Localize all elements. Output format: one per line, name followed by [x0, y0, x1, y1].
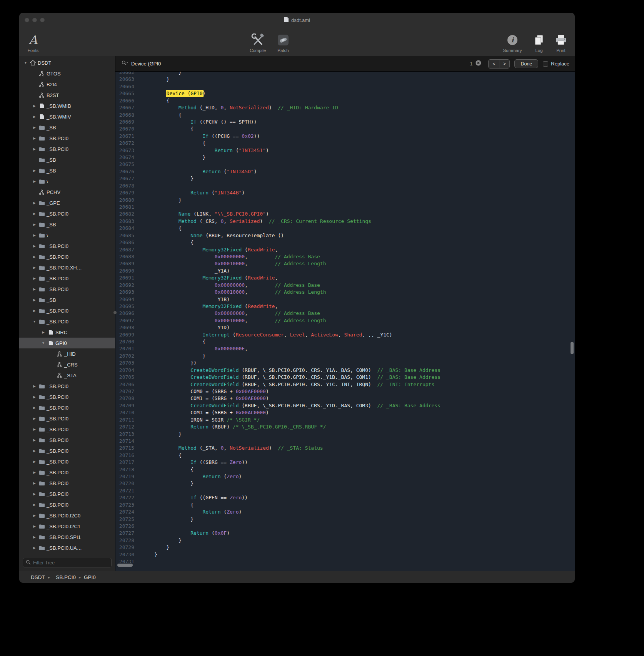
tree-item[interactable]: ▶_SB	[19, 219, 115, 230]
disclosure-down-icon[interactable]: ▼	[31, 320, 38, 323]
code-line[interactable]: 20705 CreateDWordField (RBUF, \_SB.PCI0.…	[115, 374, 575, 381]
code-line[interactable]: 20689 0x00010000, // Address Length	[115, 260, 575, 267]
disclosure-right-icon[interactable]: ▶	[31, 481, 38, 485]
patch-button[interactable]: Patch	[274, 29, 293, 53]
summary-button[interactable]: i Summary	[501, 29, 524, 53]
tree-item[interactable]: _HID	[19, 348, 115, 359]
search-query[interactable]: Device (GPI0	[131, 61, 467, 67]
disclosure-right-icon[interactable]: ▶	[31, 438, 38, 442]
disclosure-down-icon[interactable]: ▼	[22, 61, 29, 65]
code-line[interactable]: 20725 }	[115, 516, 575, 523]
tree-item[interactable]: ▶_SB.PCI0	[19, 413, 115, 424]
disclosure-right-icon[interactable]: ▶	[31, 524, 38, 528]
disclosure-right-icon[interactable]: ▶	[31, 309, 38, 313]
tree-item[interactable]: B2I4	[19, 79, 115, 90]
code-line[interactable]: 20723 {	[115, 502, 575, 509]
code-line[interactable]: 20727 Return (0x0F)	[115, 530, 575, 537]
code-line[interactable]: 20696 0x00000000, // Address Base	[115, 310, 575, 317]
tree-item[interactable]: _SB	[19, 154, 115, 165]
tree-item[interactable]: ▼_SB.PCI0	[19, 316, 115, 327]
disclosure-right-icon[interactable]: ▶	[31, 395, 38, 399]
code-line[interactable]: 20697 0x00010000, // Address Length	[115, 317, 575, 324]
code-line[interactable]: 20687 Memory32Fixed (ReadWrite,	[115, 246, 575, 253]
code-line[interactable]: 20685 Name (RBUF, ResourceTemplate ()	[115, 232, 575, 239]
tree-item[interactable]: ▶_SB.PCI0.UA…	[19, 542, 115, 553]
code-line[interactable]: 20719 Return (Zero)	[115, 473, 575, 480]
disclosure-right-icon[interactable]: ▶	[31, 115, 38, 119]
breadcrumb-item[interactable]: GPI0	[84, 574, 96, 580]
tree-item[interactable]: ▶_SB.PCI0	[19, 381, 115, 392]
code-line[interactable]: 20720 }	[115, 480, 575, 487]
disclosure-right-icon[interactable]: ▶	[31, 136, 38, 140]
disclosure-right-icon[interactable]: ▶	[31, 287, 38, 291]
done-button[interactable]: Done	[514, 59, 538, 68]
tree-item[interactable]: ▶_SB.PCI0	[19, 467, 115, 478]
code-line[interactable]: 20729 }	[115, 544, 575, 551]
tree-item[interactable]: PCHV	[19, 187, 115, 197]
breadcrumb-item[interactable]: DSDT	[31, 574, 45, 580]
code-line[interactable]: 20688 0x00000000, // Address Base	[115, 253, 575, 260]
disclosure-down-icon[interactable]: ▼	[40, 341, 47, 345]
tree-item[interactable]: ▶\	[19, 176, 115, 187]
disclosure-right-icon[interactable]: ▶	[31, 179, 38, 183]
code-line[interactable]: 20672 {	[115, 140, 575, 147]
code-line[interactable]: 20682 Name (LINK, "\\_SB.PCI0.GPI0")	[115, 211, 575, 218]
tree-item[interactable]: ▶_SB	[19, 165, 115, 176]
disclosure-right-icon[interactable]: ▶	[31, 126, 38, 129]
code-line[interactable]: 20718 {	[115, 466, 575, 473]
compile-button[interactable]: Compile	[245, 29, 270, 53]
horizontal-scrollbar[interactable]	[117, 564, 133, 567]
code-line[interactable]: 20676 Return ("INT345D")	[115, 168, 575, 175]
code-line[interactable]: 20704 CreateDWordField (RBUF, \_SB.PCI0.…	[115, 367, 575, 374]
code-line[interactable]: 20668 {	[115, 112, 575, 119]
code-line[interactable]: 20711 IRQN = SGIR /* \SGIR */	[115, 417, 575, 423]
code-line[interactable]: 20671 If ((PCHG == 0x02))	[115, 133, 575, 140]
disclosure-right-icon[interactable]: ▶	[31, 427, 38, 431]
code-line[interactable]: 20706 CreateDWordField (RBUF, \_SB.PCI0.…	[115, 381, 575, 388]
code-line[interactable]: 20698 _Y1D)	[115, 324, 575, 331]
filter-tree-input[interactable]: Filter Tree	[23, 558, 112, 567]
tree-item[interactable]: ▶_SB.WMIB	[19, 100, 115, 111]
code-line[interactable]: 20728 }	[115, 537, 575, 544]
code-line[interactable]: 20667 Method (_HID, 0, NotSerialized) //…	[115, 104, 575, 111]
code-line[interactable]: 20730 }	[115, 551, 575, 558]
tree-item[interactable]: ▶_SB.PCI0	[19, 445, 115, 456]
disclosure-right-icon[interactable]: ▶	[31, 244, 38, 248]
tree-item[interactable]: ▶_GPE	[19, 197, 115, 208]
tree-item[interactable]: ▶\	[19, 230, 115, 241]
code-line[interactable]: 20677 }	[115, 175, 575, 182]
code-line[interactable]: 20684 {	[115, 225, 575, 232]
disclosure-right-icon[interactable]: ▶	[31, 406, 38, 410]
code-line[interactable]: 20713 }	[115, 431, 575, 438]
disclosure-right-icon[interactable]: ▶	[31, 266, 38, 269]
tree-item[interactable]: ▶_SB.PCI0	[19, 424, 115, 435]
code-line[interactable]: 20699 Interrupt (ResourceConsumer, Level…	[115, 331, 575, 338]
code-line[interactable]: 20716 {	[115, 452, 575, 459]
tree-item[interactable]: ▶_SB.PCI0	[19, 305, 115, 316]
disclosure-right-icon[interactable]: ▶	[31, 514, 38, 517]
tree-item[interactable]: B2ST	[19, 90, 115, 100]
code-line[interactable]: 20686 {	[115, 239, 575, 246]
disclosure-right-icon[interactable]: ▶	[31, 546, 38, 550]
disclosure-right-icon[interactable]: ▶	[31, 384, 38, 388]
search-field[interactable]: Device (GPI0 1	[119, 56, 484, 72]
tree-item[interactable]: ▶_SB.PCI0	[19, 435, 115, 445]
code-line[interactable]: 20679 Return ("INT344B")	[115, 189, 575, 196]
disclosure-right-icon[interactable]: ▶	[31, 223, 38, 226]
code-editor[interactable]: 20662 }20663 }2066420665 Device (GPI0)20…	[115, 72, 575, 571]
breadcrumb-item[interactable]: _SB.PCI0	[53, 574, 76, 580]
tree-item[interactable]: ▶_SB	[19, 295, 115, 305]
tree-item[interactable]: ▶SIRC	[19, 327, 115, 338]
tree-item[interactable]: ▶_SB.PCI0	[19, 499, 115, 510]
tree-item[interactable]: ▶_SB.PCI0	[19, 133, 115, 144]
disclosure-right-icon[interactable]: ▶	[31, 470, 38, 474]
tree-item[interactable]: ▼DSDT	[19, 57, 115, 68]
code-line[interactable]: 20693 0x00010000, // Address Length	[115, 289, 575, 296]
titlebar[interactable]: dsdt.aml	[19, 13, 575, 27]
tree-item[interactable]: ▶_SB.PCI0.I2C0	[19, 510, 115, 521]
disclosure-right-icon[interactable]: ▶	[31, 233, 38, 237]
disclosure-right-icon[interactable]: ▶	[31, 298, 38, 302]
code-line[interactable]: 20692 0x00000000, // Address Base	[115, 282, 575, 289]
tree-item[interactable]: _STA	[19, 370, 115, 381]
code-line[interactable]: 20701 0x0000000E,	[115, 345, 575, 352]
